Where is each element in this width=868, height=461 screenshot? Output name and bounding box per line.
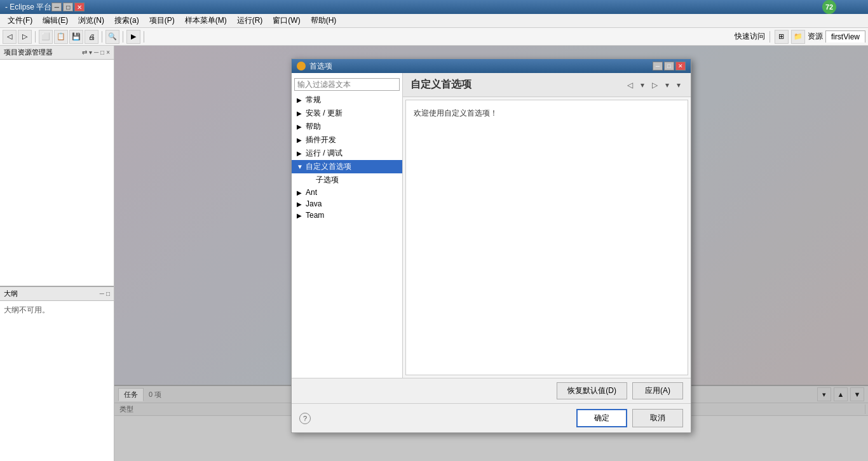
preferences-dialog: 首选项 ─ □ ✕ ▶ xyxy=(291,58,691,433)
toolbar: ◁ ▷ ⬜ 📋 💾 🖨 🔍 ▶ 快速访问 ⊞ 📁 资源 firstView xyxy=(0,28,868,46)
nav-back-dropdown-btn[interactable]: ▾ xyxy=(638,80,647,90)
dialog-maximize-btn[interactable]: □ xyxy=(664,62,674,70)
dialog-action-row: 恢复默认值(D) 应用(A) xyxy=(292,378,691,403)
project-explorer-panel: 项目资源管理器 ⇄ ▾ ─ □ × xyxy=(0,46,114,287)
outline-controls: ─ □ xyxy=(100,290,110,297)
panel-controls: ⇄ ▾ ─ □ × xyxy=(82,49,110,56)
title-bar: - Eclipse 平台 72 ─ □ ✕ xyxy=(0,0,868,14)
tree-arrow-general: ▶ xyxy=(297,97,303,104)
nav-forward-dropdown-btn[interactable]: ▾ xyxy=(663,80,672,90)
resources-label: 资源 xyxy=(808,31,823,42)
left-side-panel: 项目资源管理器 ⇄ ▾ ─ □ × 大纲 ─ xyxy=(0,46,114,461)
outline-header: 大纲 ─ □ xyxy=(0,287,114,301)
outline-min-btn[interactable]: ─ xyxy=(100,290,104,297)
tree-item-plugin-dev[interactable]: ▶ 插件开发 xyxy=(292,133,402,147)
tree-item-help[interactable]: ▶ 帮助 xyxy=(292,120,402,133)
close-button[interactable]: ✕ xyxy=(74,3,85,11)
project-explorer-header: 项目资源管理器 ⇄ ▾ ─ □ × xyxy=(0,46,114,60)
tree-arrow-java: ▶ xyxy=(297,201,303,208)
toolbar-btn-1[interactable]: ◁ xyxy=(3,30,17,44)
open-perspective-btn[interactable]: 📁 xyxy=(791,30,805,44)
outline-max-btn[interactable]: □ xyxy=(106,290,110,297)
dialog-close-btn[interactable]: ✕ xyxy=(675,62,686,70)
content-panels: 项目资源管理器 ⇄ ▾ ─ □ × 大纲 ─ xyxy=(0,46,868,461)
menu-bar: 文件(F) 编辑(E) 浏览(N) 搜索(a) 项目(P) 样本菜单(M) 运行… xyxy=(0,14,868,28)
tree-item-run-debug[interactable]: ▶ 运行 / 调试 xyxy=(292,147,402,160)
menu-search[interactable]: 搜索(a) xyxy=(109,14,144,27)
menu-window[interactable]: 窗口(W) xyxy=(268,14,305,27)
dialog-controls: ─ □ ✕ xyxy=(653,62,686,70)
dialog-body: ▶ 常规 ▶ 安装 / 更新 ▶ 帮助 xyxy=(292,73,691,378)
ok-button[interactable]: 确定 xyxy=(576,409,627,427)
perspective-btn[interactable]: ⊞ xyxy=(775,30,789,44)
project-explorer-body xyxy=(0,60,114,65)
nav-arrows: ◁ ▾ ▷ ▾ ▾ xyxy=(625,80,683,90)
panel-menu-btn[interactable]: ▾ xyxy=(89,49,92,56)
tree-item-general[interactable]: ▶ 常规 xyxy=(292,93,402,107)
tree-item-team[interactable]: ▶ Team xyxy=(292,210,402,221)
dialog-minimize-btn[interactable]: ─ xyxy=(653,62,663,70)
restore-defaults-button[interactable]: 恢复默认值(D) xyxy=(557,382,627,399)
outline-body: 大纲不可用。 xyxy=(0,301,114,319)
tree-item-sub-options[interactable]: 子选项 xyxy=(292,173,402,187)
tree-arrow-plugin: ▶ xyxy=(297,137,303,144)
menu-nav[interactable]: 浏览(N) xyxy=(73,14,109,27)
nav-back-btn[interactable]: ◁ xyxy=(625,80,635,90)
content-welcome-text: 欢迎使用自定义首选项！ xyxy=(414,109,498,117)
toolbar-btn-4[interactable]: 📋 xyxy=(54,30,68,44)
toolbar-btn-7[interactable]: 🔍 xyxy=(105,30,119,44)
tab-firstview[interactable]: firstView xyxy=(825,30,865,43)
outline-title: 大纲 xyxy=(4,289,18,298)
minimize-button[interactable]: ─ xyxy=(51,3,62,11)
menu-project[interactable]: 项目(P) xyxy=(144,14,180,27)
maximize-button[interactable]: □ xyxy=(63,3,73,11)
outline-panel: 大纲 ─ □ 大纲不可用。 xyxy=(0,287,114,461)
dialog-footer: ? 确定 取消 xyxy=(292,403,691,432)
content-header: 自定义首选项 ◁ ▾ ▷ ▾ ▾ xyxy=(403,73,691,97)
panel-max-btn[interactable]: □ xyxy=(100,49,104,56)
app-window: - Eclipse 平台 72 ─ □ ✕ 文件(F) 编辑(E) 浏览(N) … xyxy=(0,0,868,461)
toolbar-sep-2 xyxy=(102,31,102,43)
toolbar-btn-3[interactable]: ⬜ xyxy=(39,30,53,44)
dialog-title-bar: 首选项 ─ □ ✕ xyxy=(292,59,691,73)
menu-file[interactable]: 文件(F) xyxy=(3,14,37,27)
nav-menu-btn[interactable]: ▾ xyxy=(674,80,683,90)
toolbar-btn-6[interactable]: 🖨 xyxy=(85,30,98,44)
content-title: 自定义首选项 xyxy=(410,78,471,91)
menu-sample[interactable]: 样本菜单(M) xyxy=(180,14,232,27)
tree-arrow-run: ▶ xyxy=(297,150,303,157)
tree-item-ant[interactable]: ▶ Ant xyxy=(292,187,402,198)
help-icon[interactable]: ? xyxy=(299,413,311,424)
filter-input[interactable] xyxy=(294,78,400,91)
right-side: 任务 0 项 ▾ ▲ ▼ 类型 xyxy=(114,46,868,461)
tree-item-java[interactable]: ▶ Java xyxy=(292,198,402,210)
toolbar-btn-8[interactable]: ▶ xyxy=(126,30,140,44)
tree-item-custom-prefs[interactable]: ▼ 自定义首选项 xyxy=(292,160,402,173)
dialog-icon xyxy=(297,62,306,70)
cancel-button[interactable]: 取消 xyxy=(632,409,683,427)
dialog-title: 首选项 xyxy=(309,61,332,72)
apply-button[interactable]: 应用(A) xyxy=(632,382,683,399)
toolbar-sep-4 xyxy=(144,31,144,43)
panel-min-btn[interactable]: ─ xyxy=(94,49,98,56)
tree-arrow-ant: ▶ xyxy=(297,189,303,196)
tree-arrow-install: ▶ xyxy=(297,110,303,117)
app-title: - Eclipse 平台 xyxy=(5,2,51,13)
menu-run[interactable]: 运行(R) xyxy=(232,14,268,27)
toolbar-btn-2[interactable]: ▷ xyxy=(18,30,32,44)
menu-help[interactable]: 帮助(H) xyxy=(306,14,342,27)
panel-sync-btn[interactable]: ⇄ xyxy=(82,49,87,56)
green-circle-badge: 72 xyxy=(822,0,836,14)
toolbar-btn-5[interactable]: 💾 xyxy=(69,30,83,44)
quick-access-label: 快速访问 xyxy=(735,31,765,42)
dialog-nav-tree: ▶ 常规 ▶ 安装 / 更新 ▶ 帮助 xyxy=(292,73,403,378)
tree-arrow-team: ▶ xyxy=(297,212,303,219)
modal-overlay: 首选项 ─ □ ✕ ▶ xyxy=(114,46,868,461)
panel-close-btn[interactable]: × xyxy=(106,49,110,56)
menu-edit[interactable]: 编辑(E) xyxy=(37,14,73,27)
tree-item-install-update[interactable]: ▶ 安装 / 更新 xyxy=(292,107,402,120)
toolbar-sep-3 xyxy=(123,31,123,43)
nav-forward-btn[interactable]: ▷ xyxy=(649,80,660,90)
toolbar-sep-1 xyxy=(35,31,36,43)
footer-buttons: 确定 取消 xyxy=(576,409,683,427)
